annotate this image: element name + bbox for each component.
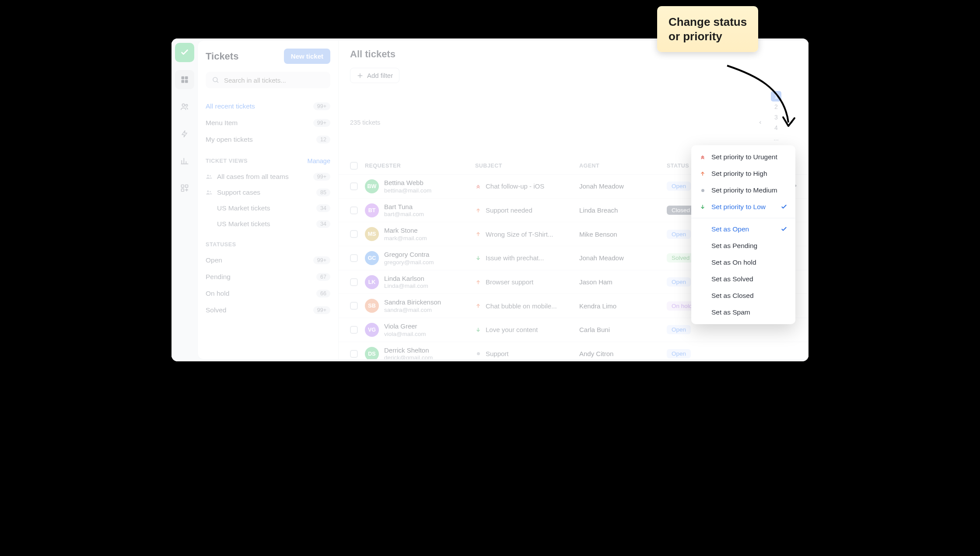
context-menu: Set priority to UrugentSet priority to H… — [691, 145, 795, 324]
sidebar-view-item[interactable]: All cases from all teams99+ — [206, 169, 330, 185]
row-checkbox[interactable] — [350, 350, 358, 358]
ticket-subject: Wrong Size of T-Shirt... — [486, 231, 553, 238]
priority-icon — [475, 303, 481, 309]
priority-icon — [475, 352, 481, 355]
sidebar-nav-item[interactable]: All recent tickets99+ — [206, 98, 330, 115]
menu-item-priority[interactable]: Set priority to Urugent — [691, 149, 795, 165]
svg-point-4 — [182, 104, 185, 106]
count-badge: 67 — [316, 273, 330, 281]
requester-email: bettina@mail.com — [384, 187, 431, 194]
rail-item-dashboard[interactable] — [175, 70, 194, 89]
sidebar-status-item[interactable]: Pending67 — [206, 269, 330, 285]
svg-point-9 — [213, 77, 217, 82]
sidebar-view-item[interactable]: Support cases85 — [206, 185, 330, 200]
svg-point-13 — [210, 191, 211, 192]
sidebar-view-item[interactable]: US Market tickets34 — [206, 216, 330, 232]
ticket-count: 235 tickets — [350, 119, 380, 126]
rail-item-people[interactable] — [175, 97, 194, 116]
header-subject[interactable]: SUBJECT — [475, 163, 579, 169]
requester-email: mark@mail.com — [384, 235, 427, 242]
sidebar-status-item[interactable]: On hold66 — [206, 285, 330, 302]
select-all-checkbox[interactable] — [350, 162, 358, 170]
priority-icon — [699, 171, 706, 177]
requester-name: Derrick Shelton — [384, 346, 433, 355]
requester-email: Linda@mail.com — [384, 283, 428, 290]
plus-icon — [357, 72, 364, 79]
status-badge: Open — [667, 182, 691, 191]
row-checkbox[interactable] — [350, 206, 358, 214]
menu-item-priority[interactable]: Set priority to Low — [691, 199, 795, 215]
row-checkbox[interactable] — [350, 230, 358, 238]
menu-item-status[interactable]: Set as Solved — [691, 271, 795, 287]
status-badge: Open — [667, 277, 691, 287]
rail-item-automations[interactable] — [175, 124, 194, 143]
requester-name: Bart Tuna — [384, 203, 424, 211]
manage-views-link[interactable]: Manage — [308, 157, 330, 164]
views-section-title: TICKET VIEWS — [206, 158, 248, 164]
menu-item-priority[interactable]: Set priority to High — [691, 165, 795, 182]
row-checkbox[interactable] — [350, 278, 358, 286]
priority-icon — [475, 183, 481, 189]
avatar: LK — [365, 275, 379, 289]
requester-email: derick@gmail.com — [384, 354, 433, 359]
header-agent[interactable]: AGENT — [579, 163, 667, 169]
svg-rect-8 — [182, 189, 184, 192]
nav-rail — [172, 38, 198, 361]
avatar: DS — [365, 347, 379, 359]
ticket-row[interactable]: DS Derrick Shelton derick@gmail.com Supp… — [339, 342, 808, 359]
requester-name: Bettina Webb — [384, 178, 431, 187]
requester-email: viola@mail.com — [384, 331, 426, 338]
menu-item-priority[interactable]: Set priority to Medium — [691, 182, 795, 199]
sidebar-status-item[interactable]: Solved99+ — [206, 302, 330, 318]
priority-icon — [475, 255, 481, 261]
search-input[interactable] — [224, 77, 324, 84]
requester-name: Gregory Contra — [384, 250, 434, 259]
sidebar-nav-item[interactable]: My open tickets12 — [206, 131, 330, 148]
header-requester[interactable]: REQUESTER — [365, 163, 475, 169]
menu-item-status[interactable]: Set as On hold — [691, 254, 795, 271]
count-badge: 99+ — [313, 306, 330, 314]
priority-icon — [475, 207, 481, 213]
status-badge: Closed — [667, 206, 695, 215]
svg-rect-6 — [182, 185, 184, 188]
avatar: MS — [365, 227, 379, 241]
row-checkbox[interactable] — [350, 302, 358, 310]
row-checkbox[interactable] — [350, 182, 358, 190]
count-badge: 12 — [316, 136, 330, 143]
sidebar-view-item[interactable]: US Market tickets34 — [206, 200, 330, 216]
app-logo-icon[interactable] — [175, 43, 194, 62]
agent-name: Linda Breach — [579, 206, 667, 214]
count-badge: 66 — [316, 290, 330, 297]
sidebar-status-item[interactable]: Open99+ — [206, 252, 330, 269]
ticket-subject: Browser support — [486, 278, 533, 286]
new-ticket-button[interactable]: New ticket — [284, 49, 330, 64]
add-filter-button[interactable]: Add filter — [350, 68, 399, 83]
menu-item-status[interactable]: Set as Spam — [691, 304, 795, 321]
agent-name: Kendra Limo — [579, 302, 667, 310]
agent-name: Carla Buni — [579, 326, 667, 333]
svg-point-10 — [207, 175, 209, 176]
priority-icon — [699, 154, 706, 160]
ticket-subject: Chat bubble on mobile... — [486, 302, 557, 310]
svg-rect-2 — [182, 80, 185, 83]
sidebar-nav-item[interactable]: Menu Item99+ — [206, 115, 330, 131]
rail-item-apps[interactable] — [175, 178, 194, 198]
row-checkbox[interactable] — [350, 326, 358, 334]
ticket-subject: Issue with prechat... — [486, 254, 544, 262]
svg-rect-1 — [185, 77, 188, 80]
search-box[interactable] — [206, 72, 330, 88]
requester-email: gregory@mail.com — [384, 259, 434, 266]
tickets-sidebar: Tickets New ticket All recent tickets99+… — [198, 41, 339, 359]
count-badge: 99+ — [313, 119, 330, 127]
ticket-subject: Support needed — [486, 206, 532, 214]
menu-item-status[interactable]: Set as Closed — [691, 287, 795, 304]
row-checkbox[interactable] — [350, 254, 358, 262]
callout-arrow-icon — [718, 61, 802, 136]
svg-rect-0 — [182, 77, 185, 80]
avatar: BT — [365, 203, 379, 217]
rail-item-reports[interactable] — [175, 151, 194, 171]
menu-item-status[interactable]: Set as Pending — [691, 238, 795, 254]
status-badge: Open — [667, 325, 691, 334]
menu-item-status[interactable]: Set as Open — [691, 221, 795, 238]
avatar: VG — [365, 323, 379, 337]
